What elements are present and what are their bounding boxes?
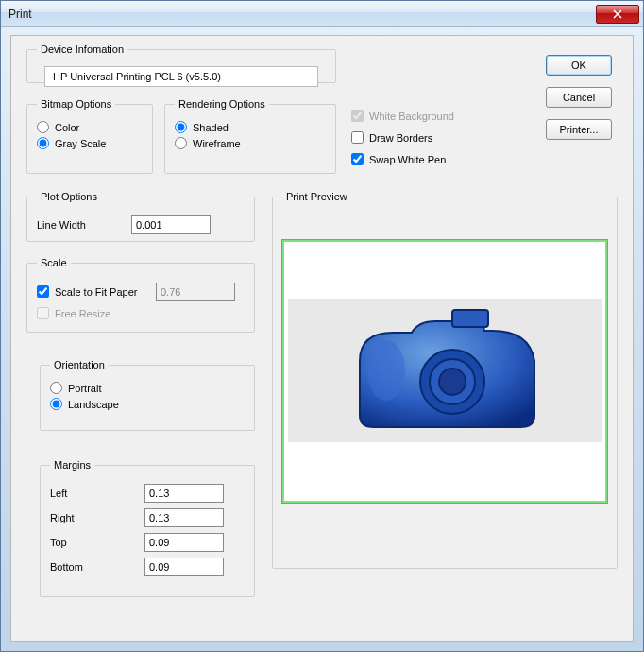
margin-bottom-label: Bottom bbox=[50, 561, 137, 573]
button-column: OK Cancel Printer... bbox=[546, 55, 612, 140]
radio-wireframe[interactable]: Wireframe bbox=[175, 137, 326, 149]
window-title: Print bbox=[8, 8, 32, 21]
check-swap-white-pen[interactable]: Swap White Pen bbox=[351, 153, 454, 165]
check-scale-fit-input[interactable] bbox=[37, 285, 49, 298]
radio-landscape-label: Landscape bbox=[68, 399, 119, 410]
svg-point-4 bbox=[367, 340, 405, 401]
margin-left-input[interactable] bbox=[144, 484, 224, 503]
check-free-resize-label: Free Resize bbox=[55, 308, 110, 319]
orientation-legend: Orientation bbox=[50, 359, 109, 370]
margin-left-label: Left bbox=[50, 488, 137, 499]
margins-legend: Margins bbox=[50, 459, 94, 471]
preview-frame bbox=[282, 240, 607, 503]
radio-gray[interactable]: Gray Scale bbox=[37, 137, 143, 149]
radio-wireframe-label: Wireframe bbox=[193, 138, 241, 149]
preview-content bbox=[288, 299, 602, 442]
radio-landscape-input[interactable] bbox=[50, 398, 62, 410]
device-info-group: Device Infomation HP Universal Printing … bbox=[26, 43, 336, 83]
radio-shaded-input[interactable] bbox=[175, 121, 187, 133]
margin-top-input[interactable] bbox=[144, 533, 224, 552]
check-draw-borders[interactable]: Draw Borders bbox=[351, 131, 454, 144]
plot-options-legend: Plot Options bbox=[37, 191, 101, 202]
dialog-body: Device Infomation HP Universal Printing … bbox=[10, 35, 634, 642]
scale-value-input bbox=[156, 283, 235, 301]
titlebar: Print bbox=[1, 1, 643, 27]
margin-right-input[interactable] bbox=[144, 508, 224, 527]
device-name-box: HP Universal Printing PCL 6 (v5.5.0) bbox=[44, 66, 318, 87]
margin-bottom-input[interactable] bbox=[144, 558, 224, 576]
check-scale-fit[interactable]: Scale to Fit Paper bbox=[37, 285, 148, 298]
ok-button[interactable]: OK bbox=[546, 55, 612, 76]
check-draw-borders-label: Draw Borders bbox=[369, 132, 432, 144]
print-dialog: Print Device Infomation HP Universal Pri… bbox=[0, 0, 644, 652]
margins-group: Margins Left Right Top Bottom bbox=[40, 459, 255, 597]
plot-options-group: Plot Options Line Width bbox=[26, 191, 255, 242]
radio-color-input[interactable] bbox=[37, 121, 49, 133]
line-width-input[interactable] bbox=[131, 215, 211, 234]
radio-color-label: Color bbox=[55, 122, 79, 133]
rendering-options-legend: Rendering Options bbox=[175, 98, 269, 110]
check-draw-borders-input[interactable] bbox=[351, 131, 364, 144]
close-button[interactable] bbox=[596, 5, 639, 24]
svg-point-3 bbox=[439, 369, 466, 395]
camera-icon bbox=[341, 304, 549, 437]
radio-gray-input[interactable] bbox=[37, 137, 49, 149]
radio-wireframe-input[interactable] bbox=[175, 137, 187, 149]
radio-shaded[interactable]: Shaded bbox=[175, 121, 326, 133]
cancel-button[interactable]: Cancel bbox=[546, 87, 612, 108]
radio-landscape[interactable]: Landscape bbox=[50, 398, 245, 410]
margin-right-label: Right bbox=[50, 512, 137, 523]
scale-group: Scale Scale to Fit Paper Free Resize bbox=[26, 257, 255, 333]
printer-button[interactable]: Printer... bbox=[546, 119, 612, 140]
check-free-resize-input bbox=[37, 307, 49, 319]
orientation-group: Orientation Portrait Landscape bbox=[40, 359, 255, 431]
radio-gray-label: Gray Scale bbox=[55, 138, 106, 149]
radio-portrait[interactable]: Portrait bbox=[50, 382, 245, 394]
svg-rect-0 bbox=[452, 310, 488, 327]
radio-shaded-label: Shaded bbox=[193, 122, 229, 133]
device-name: HP Universal Printing PCL 6 (v5.5.0) bbox=[53, 71, 221, 82]
radio-portrait-label: Portrait bbox=[68, 383, 101, 394]
check-white-bg-input bbox=[351, 110, 364, 122]
scale-legend: Scale bbox=[37, 257, 71, 268]
bitmap-options-group: Bitmap Options Color Gray Scale bbox=[26, 98, 153, 174]
radio-portrait-input[interactable] bbox=[50, 382, 62, 394]
line-width-label: Line Width bbox=[37, 219, 124, 231]
rendering-options-group: Rendering Options Shaded Wireframe bbox=[164, 98, 336, 174]
print-preview-group: Print Preview bbox=[272, 191, 618, 569]
device-info-legend: Device Infomation bbox=[37, 43, 127, 55]
radio-color[interactable]: Color bbox=[37, 121, 143, 133]
check-swap-white-pen-input[interactable] bbox=[351, 153, 364, 165]
close-icon bbox=[613, 9, 622, 19]
bitmap-options-legend: Bitmap Options bbox=[37, 98, 115, 110]
margin-top-label: Top bbox=[50, 537, 137, 548]
check-swap-white-pen-label: Swap White Pen bbox=[369, 154, 446, 165]
check-scale-fit-label: Scale to Fit Paper bbox=[55, 286, 137, 298]
check-white-bg-label: White Background bbox=[369, 111, 454, 122]
print-preview-legend: Print Preview bbox=[282, 191, 351, 202]
check-white-bg: White Background bbox=[351, 110, 454, 122]
checkbox-column: White Background Draw Borders Swap White… bbox=[351, 106, 454, 169]
check-free-resize: Free Resize bbox=[37, 307, 245, 319]
